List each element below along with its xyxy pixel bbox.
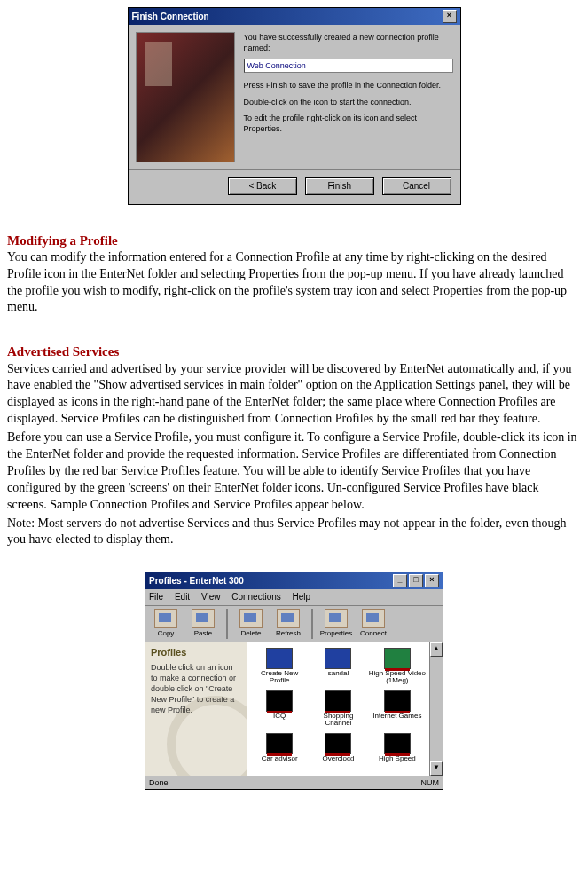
paste-icon <box>192 609 215 628</box>
profile-icon-label: High Speed <box>369 755 426 763</box>
para-adv-2: Before you can use a Service Profile, yo… <box>7 430 581 513</box>
profile-icon-label: ICQ <box>251 713 308 721</box>
finish-connection-dialog: Finish Connection × You have successfull… <box>128 7 461 205</box>
monitor-icon <box>325 690 351 712</box>
doubleclick-instruction: Double-click on the icon to start the co… <box>244 97 453 107</box>
menu-connections[interactable]: Connections <box>231 592 281 602</box>
close-icon[interactable]: × <box>425 574 439 587</box>
menu-edit[interactable]: Edit <box>175 592 190 602</box>
monitor-icon <box>325 733 351 754</box>
profile-icon[interactable]: Create New Profile <box>251 648 308 689</box>
monitor-icon <box>384 690 411 712</box>
delete-icon <box>239 609 263 628</box>
profiles-title: Profiles - EnterNet 300 <box>149 575 244 587</box>
profile-icon-label: Shopping Channel <box>310 713 366 729</box>
statusbar: Done NUM <box>145 776 443 789</box>
menu-help[interactable]: Help <box>293 592 311 602</box>
heading-modifying-profile: Modifying a Profile <box>7 232 581 249</box>
profile-icon-label: Internet Games <box>369 713 426 721</box>
profile-icon[interactable]: ICQ <box>251 690 308 731</box>
status-left: Done <box>149 777 169 788</box>
success-text: You have successfully created a new conn… <box>244 32 453 53</box>
connect-icon <box>362 609 385 628</box>
back-button[interactable]: < Back <box>228 177 297 195</box>
profile-icon-label: sandal <box>310 670 366 678</box>
toolbar-separator <box>226 609 228 639</box>
toolbar-connect[interactable]: Connect <box>357 609 390 639</box>
icon-pane: Create New ProfilesandalHigh Speed Video… <box>247 642 429 776</box>
scrollbar[interactable]: ▲ ▼ <box>429 642 443 776</box>
finish-button[interactable]: Finish <box>305 177 374 195</box>
scroll-up-icon[interactable]: ▲ <box>430 642 443 657</box>
toolbar-refresh[interactable]: Refresh <box>271 609 305 639</box>
monitor-icon <box>384 733 411 754</box>
para-modifying-profile: You can modify the information entered f… <box>7 249 581 317</box>
dialog-title: Finish Connection <box>132 11 209 23</box>
edit-instruction: To edit the profile right-click on its i… <box>244 113 453 134</box>
finish-instruction: Press Finish to save the profile in the … <box>244 80 453 91</box>
profiles-titlebar: Profiles - EnterNet 300 _ □ × <box>145 572 443 589</box>
copy-icon <box>154 609 177 628</box>
sidebar-text: Double click on an icon to make a connec… <box>151 662 241 716</box>
profile-icon[interactable]: Shopping Channel <box>310 690 366 731</box>
cancel-button[interactable]: Cancel <box>382 177 451 195</box>
profile-icon-label: Car advisor <box>251 755 308 763</box>
monitor-icon <box>325 648 351 669</box>
profile-icon[interactable]: High Speed Video (1Meg) <box>369 648 426 689</box>
heading-advertised-services: Advertised Services <box>7 343 581 360</box>
menu-file[interactable]: File <box>149 592 163 602</box>
toolbar-delete[interactable]: Delete <box>234 609 268 639</box>
profile-icon-label: Overclocd <box>310 755 366 763</box>
status-right: NUM <box>421 777 440 788</box>
toolbar: Copy Paste Delete Refresh Properties Con… <box>145 606 443 642</box>
para-adv-3: Note: Most servers do not advertise Serv… <box>7 516 581 549</box>
profiles-window: Profiles - EnterNet 300 _ □ × File Edit … <box>145 572 443 789</box>
minimize-icon[interactable]: _ <box>393 574 407 587</box>
toolbar-copy[interactable]: Copy <box>149 609 183 639</box>
dialog-titlebar: Finish Connection × <box>129 8 460 25</box>
toolbar-properties[interactable]: Properties <box>319 609 353 639</box>
menu-view[interactable]: View <box>201 592 221 602</box>
sidebar-title: Profiles <box>151 646 241 659</box>
menubar: File Edit View Connections Help <box>145 589 443 606</box>
refresh-icon <box>277 609 300 628</box>
profile-icon[interactable]: Internet Games <box>369 690 426 731</box>
close-icon[interactable]: × <box>443 10 457 23</box>
toolbar-separator <box>311 609 313 639</box>
monitor-icon <box>266 733 293 754</box>
profile-icon[interactable]: sandal <box>310 648 366 689</box>
properties-icon <box>325 609 348 628</box>
scroll-down-icon[interactable]: ▼ <box>430 761 443 776</box>
toolbar-paste[interactable]: Paste <box>186 609 220 639</box>
profile-name-field[interactable]: Web Connection <box>244 59 453 73</box>
maximize-icon[interactable]: □ <box>409 574 423 587</box>
sidebar: Profiles Double click on an icon to make… <box>145 642 247 776</box>
monitor-icon <box>384 648 411 669</box>
para-adv-1: Services carried and advertised by your … <box>7 361 581 429</box>
monitor-icon <box>266 690 293 712</box>
wizard-hero-image <box>136 32 235 162</box>
profile-icon-label: High Speed Video (1Meg) <box>369 670 426 686</box>
profile-icon[interactable]: Car advisor <box>251 733 308 774</box>
monitor-icon <box>266 648 293 669</box>
profile-icon[interactable]: High Speed <box>369 733 426 774</box>
profile-icon-label: Create New Profile <box>251 670 308 686</box>
profile-icon[interactable]: Overclocd <box>310 733 366 774</box>
